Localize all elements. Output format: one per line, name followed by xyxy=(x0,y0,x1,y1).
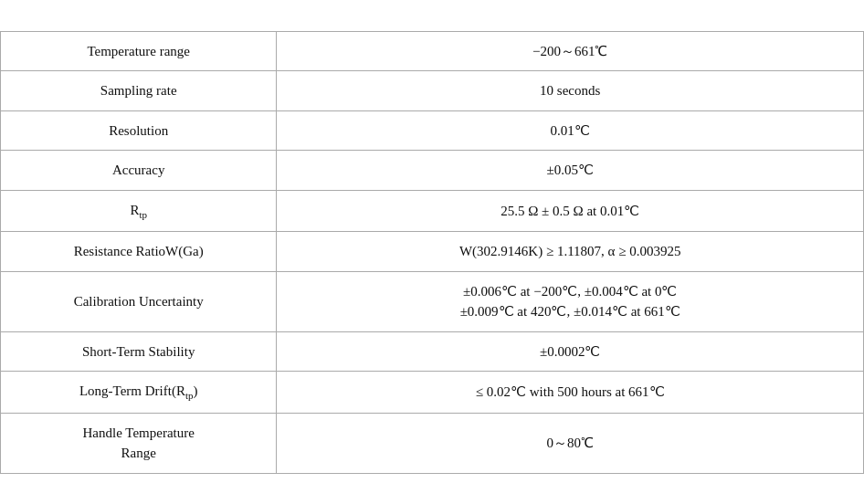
table-row: Short-Term Stability±0.0002℃ xyxy=(1,331,864,372)
row-label-resolution: Resolution xyxy=(1,110,277,151)
table-row: Calibration Uncertainty±0.006℃ at −200℃,… xyxy=(1,271,864,331)
row-value-long-term-drift: ≤ 0.02℃ with 500 hours at 661℃ xyxy=(277,372,864,414)
row-label-rtp: Rtp xyxy=(1,190,277,232)
row-label-short-term-stability: Short-Term Stability xyxy=(1,331,277,372)
row-value-sampling-rate: 10 seconds xyxy=(277,71,864,111)
specs-table: Temperature range−200～661℃Sampling rate1… xyxy=(0,31,864,474)
row-label-handle-temperature-range: Handle TemperatureRange xyxy=(1,413,277,473)
table-row: Long-Term Drift(Rtp)≤ 0.02℃ with 500 hou… xyxy=(1,372,864,414)
row-label-sampling-rate: Sampling rate xyxy=(1,71,277,111)
table-row: Handle TemperatureRange0～80℃ xyxy=(1,413,864,473)
row-value-rtp: 25.5 Ω ± 0.5 Ω at 0.01℃ xyxy=(277,190,864,232)
row-label-calibration-uncertainty: Calibration Uncertainty xyxy=(1,271,277,331)
row-value-short-term-stability: ±0.0002℃ xyxy=(277,331,864,372)
row-value-resistance-ratio: W(302.9146K) ≥ 1.11807, α ≥ 0.003925 xyxy=(277,232,864,272)
row-label-accuracy: Accuracy xyxy=(1,151,277,191)
table-row: Temperature range−200～661℃ xyxy=(1,31,864,71)
table-row: Rtp25.5 Ω ± 0.5 Ω at 0.01℃ xyxy=(1,190,864,232)
row-value-handle-temperature-range: 0～80℃ xyxy=(277,413,864,473)
row-label-long-term-drift: Long-Term Drift(Rtp) xyxy=(1,372,277,414)
row-label-temperature-range: Temperature range xyxy=(1,31,277,71)
table-row: Accuracy±0.05℃ xyxy=(1,151,864,191)
row-value-temperature-range: −200～661℃ xyxy=(277,31,864,71)
table-row: Sampling rate10 seconds xyxy=(1,71,864,111)
table-row: Resolution0.01℃ xyxy=(1,110,864,151)
row-value-calibration-uncertainty: ±0.006℃ at −200℃, ±0.004℃ at 0℃±0.009℃ a… xyxy=(277,271,864,331)
row-value-resolution: 0.01℃ xyxy=(277,110,864,151)
row-value-accuracy: ±0.05℃ xyxy=(277,151,864,191)
row-label-resistance-ratio: Resistance RatioW(Ga) xyxy=(1,232,277,272)
table-row: Resistance RatioW(Ga)W(302.9146K) ≥ 1.11… xyxy=(1,232,864,272)
